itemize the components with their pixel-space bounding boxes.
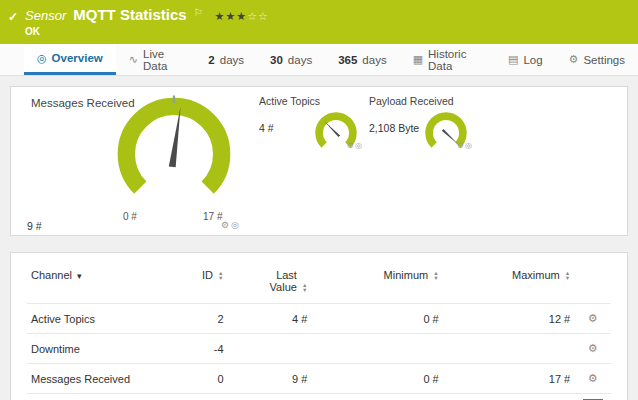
channel-id: 1 — [168, 394, 228, 400]
channel-last-value: 2,108 Byte — [228, 394, 312, 400]
historic-data-icon: ▦ — [413, 53, 423, 66]
channel-settings-icon[interactable]: ⚙ — [586, 372, 600, 385]
channels-table: Channel▾ ID▲▼ Last Value▲▼ Minimum▲▼ Max… — [27, 263, 611, 400]
channel-name[interactable]: Active Topics — [27, 304, 168, 334]
col-header-tools — [574, 263, 611, 304]
channel-last-value: 4 # — [228, 304, 312, 334]
priority-flag-icon[interactable]: ⚐ — [194, 7, 203, 18]
gauge-action-icons[interactable]: ⚙◎ — [347, 141, 363, 150]
channel-settings-icon[interactable]: ⚙ — [586, 342, 600, 355]
table-header-row: Channel▾ ID▲▼ Last Value▲▼ Minimum▲▼ Max… — [27, 263, 611, 304]
tab-number: 365 — [338, 54, 357, 66]
sensor-header: ✓ Sensor MQTT Statistics ⚐ ★★★☆☆ OK — [0, 0, 638, 44]
table-row[interactable]: Messages Received 0 9 # 0 # 17 # ⚙ — [27, 364, 611, 394]
tab-log[interactable]: ▤ Log — [495, 44, 556, 75]
channel-minimum — [311, 334, 442, 364]
prtg-sensor-page: ✓ Sensor MQTT Statistics ⚐ ★★★☆☆ OK ◎ Ov… — [0, 0, 638, 400]
channel-maximum: 12 # — [443, 304, 575, 334]
tab-label: Live Data — [143, 48, 182, 72]
small-gauge-title: Payload Received — [369, 95, 469, 107]
sensor-status-badge: OK — [25, 26, 269, 37]
target-icon[interactable]: ◎ — [355, 141, 363, 150]
table-row[interactable]: Active Topics 2 4 # 0 # 12 # ⚙ — [27, 304, 611, 334]
small-gauge-active-topics: Active Topics 4 # ⚙◎ — [259, 95, 359, 159]
tab-label: Settings — [583, 54, 625, 66]
gauge-action-icons[interactable]: ⚙◎ — [221, 220, 241, 230]
table-row[interactable]: Payload Received 1 2,108 Byte 0 Byte 2,1… — [27, 394, 611, 400]
channel-last-value — [228, 334, 312, 364]
gear-icon: ⚙ — [569, 53, 579, 66]
tab-bar: ◎ Overview ∿ Live Data 2 days 30 days 36… — [0, 44, 638, 76]
status-ok-check-icon: ✓ — [8, 10, 18, 24]
col-header-channel[interactable]: Channel▾ — [27, 263, 168, 304]
table-row[interactable]: Downtime -4 ⚙ — [27, 334, 611, 364]
gear-icon[interactable]: ⚙ — [347, 141, 355, 150]
small-gauge-title: Active Topics — [259, 95, 359, 107]
gauge-needle — [323, 120, 340, 137]
gauge-action-icons[interactable]: ⚙◎ — [457, 141, 473, 150]
sensor-title: MQTT Statistics — [73, 6, 186, 23]
tab-label: days — [288, 54, 312, 66]
gauges-panel: Messages Received 0 # 17 # 9 # ⚙◎ Active… — [10, 86, 628, 236]
sort-caret-icon: ▾ — [77, 271, 82, 281]
messages-received-gauge — [109, 89, 239, 219]
sort-icon: ▲▼ — [433, 271, 438, 281]
stars-empty[interactable]: ☆☆ — [247, 10, 269, 23]
tab-settings[interactable]: ⚙ Settings — [556, 44, 638, 75]
channel-last-value: 9 # — [228, 364, 312, 394]
channel-maximum: 2,120 Byte — [443, 394, 575, 400]
tab-historic-data[interactable]: ▦ Historic Data — [400, 44, 495, 75]
channel-maximum: 17 # — [443, 364, 575, 394]
sort-icon: ▲▼ — [218, 271, 223, 281]
channel-minimum: 0 # — [311, 304, 442, 334]
small-gauge-value: 2,108 Byte — [369, 122, 419, 134]
channel-id: 0 — [168, 364, 228, 394]
col-header-last-value[interactable]: Last Value▲▼ — [228, 263, 312, 304]
sensor-title-block: Sensor MQTT Statistics ⚐ ★★★☆☆ OK — [25, 6, 269, 37]
log-icon: ▤ — [508, 53, 518, 66]
small-gauge-payload-received: Payload Received 2,108 Byte ⚙◎ — [369, 95, 469, 159]
tab-label: days — [220, 54, 244, 66]
channel-name[interactable]: Downtime — [27, 334, 168, 364]
tab-number: 30 — [270, 54, 283, 66]
col-header-id[interactable]: ID▲▼ — [168, 263, 228, 304]
tab-2-days[interactable]: 2 days — [195, 44, 257, 75]
gear-icon[interactable]: ⚙ — [457, 141, 465, 150]
channel-settings-icon[interactable]: ⚙ — [586, 312, 600, 325]
gauge-max-label: 17 # — [203, 211, 222, 222]
col-header-minimum[interactable]: Minimum▲▼ — [311, 263, 442, 304]
channel-minimum: 0 Byte — [311, 394, 442, 400]
tab-30-days[interactable]: 30 days — [257, 44, 325, 75]
gauge-value-label: 9 # — [27, 220, 42, 232]
priority-stars[interactable]: ★★★☆☆ — [215, 10, 269, 23]
channel-maximum — [443, 334, 575, 364]
sort-icon: ▲▼ — [302, 283, 307, 293]
tab-label: Log — [523, 54, 542, 66]
col-header-maximum[interactable]: Maximum▲▼ — [443, 263, 575, 304]
sort-icon: ▲▼ — [565, 271, 570, 281]
tab-label: Historic Data — [428, 48, 482, 72]
tab-live-data[interactable]: ∿ Live Data — [116, 44, 196, 75]
tab-label: Overview — [52, 52, 103, 64]
channel-id: -4 — [168, 334, 228, 364]
channel-id: 2 — [168, 304, 228, 334]
overview-icon: ◎ — [37, 52, 47, 65]
channel-name[interactable]: Payload Received — [27, 394, 168, 400]
gauge-min-label: 0 # — [123, 211, 137, 222]
object-kind-label: Sensor — [25, 8, 66, 23]
tab-overview[interactable]: ◎ Overview — [24, 44, 116, 75]
stars-filled[interactable]: ★★★ — [215, 10, 248, 23]
channel-name[interactable]: Messages Received — [27, 364, 168, 394]
tab-number: 2 — [208, 54, 214, 66]
small-gauge-value: 4 # — [259, 122, 274, 134]
target-icon[interactable]: ◎ — [231, 220, 241, 230]
live-data-icon: ∿ — [129, 53, 138, 66]
tab-label: days — [362, 54, 386, 66]
channel-minimum: 0 # — [311, 364, 442, 394]
tab-365-days[interactable]: 365 days — [325, 44, 399, 75]
channels-table-panel: Channel▾ ID▲▼ Last Value▲▼ Minimum▲▼ Max… — [10, 252, 628, 400]
gear-icon[interactable]: ⚙ — [221, 220, 231, 230]
target-icon[interactable]: ◎ — [465, 141, 473, 150]
